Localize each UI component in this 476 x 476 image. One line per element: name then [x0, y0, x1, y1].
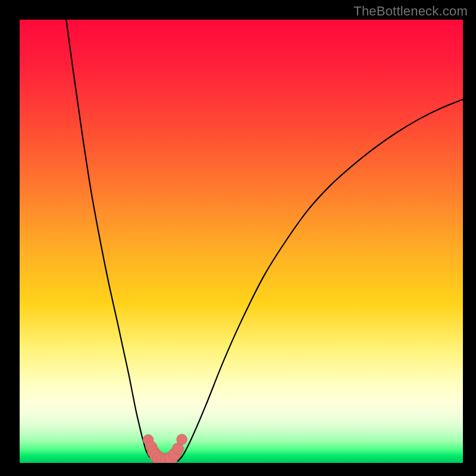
- valley-marker-dot: [177, 434, 187, 445]
- curve-left-branch: [66, 20, 155, 462]
- plot-area: [20, 20, 463, 463]
- plot-svg: [20, 20, 463, 463]
- chart-frame: TheBottleneck.com: [0, 0, 476, 476]
- curve-right-branch: [178, 99, 463, 461]
- watermark-text: TheBottleneck.com: [353, 4, 468, 19]
